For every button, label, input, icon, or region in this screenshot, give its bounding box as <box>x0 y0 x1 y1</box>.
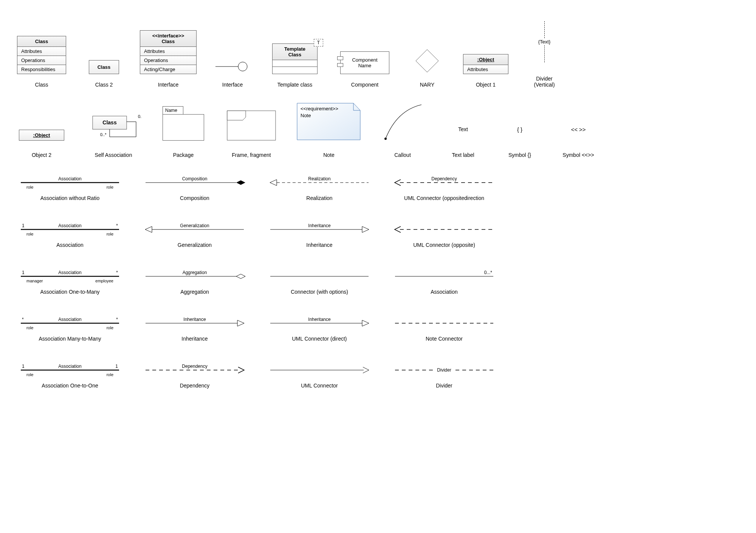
connector-uml-conn[interactable]: UML Connector <box>265 361 374 389</box>
svg-text:role: role <box>26 325 33 330</box>
svg-text:Aggregation: Aggregation <box>183 270 207 275</box>
connector-divider-h[interactable]: DividerDivider <box>389 361 499 389</box>
svg-text:1: 1 <box>115 364 118 369</box>
shape-symbol-braces[interactable]: { } Symbol {} <box>499 118 541 158</box>
caption: Symbol {} <box>508 152 531 158</box>
shape-package[interactable]: Name Package <box>159 106 208 158</box>
caption: UML Connector <box>301 383 338 389</box>
svg-text:Divider: Divider <box>437 367 451 373</box>
shape-object1[interactable]: :Object Attributes Object 1 <box>461 54 510 88</box>
svg-text:Association: Association <box>58 317 81 322</box>
caption: Association without Ratio <box>40 195 99 201</box>
connector-note-conn[interactable]: Note Connector <box>389 314 499 342</box>
svg-marker-33 <box>362 226 369 232</box>
caption: UML Connector (opposite) <box>413 242 475 248</box>
caption: Association One-to-One <box>42 383 98 389</box>
svg-text:Generalization: Generalization <box>180 223 209 228</box>
svg-text:*: * <box>116 317 118 322</box>
shape-self-association[interactable]: Class 0..1 0..* Self Association <box>83 107 144 158</box>
shape-nary[interactable]: NARY <box>408 48 446 88</box>
package-tab: Name <box>163 106 183 114</box>
svg-text:*: * <box>22 317 24 322</box>
caption: Object 1 <box>476 82 496 88</box>
svg-text:*: * <box>116 270 118 275</box>
connector-uml-opposite[interactable]: UML Connector (opposite) <box>389 220 499 248</box>
svg-text:role: role <box>26 185 33 189</box>
object1-attr: Attributes <box>463 65 508 74</box>
svg-marker-58 <box>362 320 369 326</box>
shape-frame[interactable]: Frame, fragment <box>223 110 280 158</box>
shape-component[interactable]: Component Name Component <box>336 51 393 88</box>
connector-uml-opp-dir[interactable]: DependencyUML Connector (oppositedirecti… <box>389 173 499 201</box>
iface-ops: Operations <box>140 56 196 65</box>
shape-class[interactable]: Class Attributes Operations Responsibili… <box>15 36 68 88</box>
connector-assoc-mm[interactable]: Association**roleroleAssociation Many-to… <box>15 314 125 342</box>
connector-assoc-no-ratio[interactable]: AssociationroleroleAssociation without R… <box>15 173 125 201</box>
connector-uml-direct[interactable]: InheritanceUML Connector (direct) <box>265 314 374 342</box>
shape-interface-lollipop[interactable]: Interface <box>212 59 253 88</box>
connector-conn-opts[interactable]: Connector (with options) <box>265 267 374 295</box>
caption: UML Connector (direct) <box>292 336 347 342</box>
shape-object2[interactable]: :Object Object 2 <box>15 130 68 158</box>
lollipop-icon <box>215 59 249 74</box>
svg-text:role: role <box>26 372 33 377</box>
shape-template-class[interactable]: T Template Class Template class <box>268 43 321 88</box>
caption: Template class <box>277 82 313 88</box>
svg-marker-43 <box>236 274 245 279</box>
shape-text-label[interactable]: Text Text label <box>442 118 484 158</box>
svg-text:role: role <box>107 325 113 330</box>
connector-association-end[interactable]: 0...*Association <box>389 267 499 295</box>
connector-assoc-11[interactable]: Association11roleroleAssociation One-to-… <box>15 361 125 389</box>
class-resp: Responsibilities <box>17 65 66 74</box>
caption: Composition <box>180 195 209 201</box>
svg-text:0..*: 0..* <box>100 132 107 137</box>
connector-realization[interactable]: RealizationRealization <box>265 173 374 201</box>
connector-inheritance[interactable]: InheritanceInheritance <box>265 220 374 248</box>
caption: Association Many-to-Many <box>39 336 101 342</box>
connector-inheritance2[interactable]: InheritanceInheritance <box>140 314 249 342</box>
caption: Class 2 <box>95 82 113 88</box>
symbol-braces-text: { } <box>517 118 522 141</box>
svg-text:Association: Association <box>58 176 81 181</box>
shape-callout[interactable]: Callout <box>378 103 427 158</box>
svg-text:role: role <box>26 232 33 236</box>
svg-point-1 <box>238 62 247 71</box>
diamond-icon <box>414 48 440 74</box>
connector-assoc-1m[interactable]: Association1*manageremployeeAssociation … <box>15 267 125 295</box>
caption: Object 2 <box>32 152 51 158</box>
caption: Divider (Vertical) <box>534 76 555 88</box>
connector-aggregation[interactable]: AggregationAggregation <box>140 267 249 295</box>
caption: Note <box>323 152 335 158</box>
caption: Class <box>35 82 48 88</box>
connector-composition[interactable]: CompositionComposition <box>140 173 249 201</box>
svg-text:Association: Association <box>58 364 81 369</box>
class2-title: Class <box>89 60 119 74</box>
connector-dependency[interactable]: DependencyDependency <box>140 361 249 389</box>
self-assoc-svg: Class 0..1 0..* <box>85 107 142 141</box>
component-name: Component Name <box>352 57 377 68</box>
svg-text:role: role <box>107 232 113 236</box>
caption: Connector (with options) <box>291 289 348 295</box>
shape-interface[interactable]: <<interface>> Class Attributes Operation… <box>140 30 197 88</box>
connector-generalization[interactable]: GeneralizationGeneralization <box>140 220 249 248</box>
svg-text:1: 1 <box>22 364 25 369</box>
caption: Association <box>56 242 84 248</box>
class-attr: Attributes <box>17 47 66 56</box>
note-svg: <<requirement>> Note <box>297 103 361 141</box>
symbol-angle-text: << >> <box>571 118 586 141</box>
iface-attr: Attributes <box>140 47 196 56</box>
caption: Callout <box>394 152 411 158</box>
shape-note[interactable]: <<requirement>> Note Note <box>295 103 363 158</box>
shape-symbol-angle[interactable]: << >> Symbol <<>> <box>556 118 601 158</box>
shape-class2[interactable]: Class Class 2 <box>83 60 125 88</box>
svg-text:role: role <box>107 372 113 377</box>
connector-association[interactable]: Association1*roleroleAssociation <box>15 220 125 248</box>
svg-text:Inheritance: Inheritance <box>183 317 206 322</box>
class-title: Class <box>17 36 66 47</box>
svg-text:Association: Association <box>58 270 81 275</box>
svg-text:1: 1 <box>22 223 25 228</box>
caption: Generalization <box>178 242 212 248</box>
shape-divider-vertical[interactable]: {Text} Divider (Vertical) <box>525 15 563 88</box>
svg-text:0..1: 0..1 <box>138 114 142 119</box>
caption: Association One-to-Many <box>40 289 99 295</box>
